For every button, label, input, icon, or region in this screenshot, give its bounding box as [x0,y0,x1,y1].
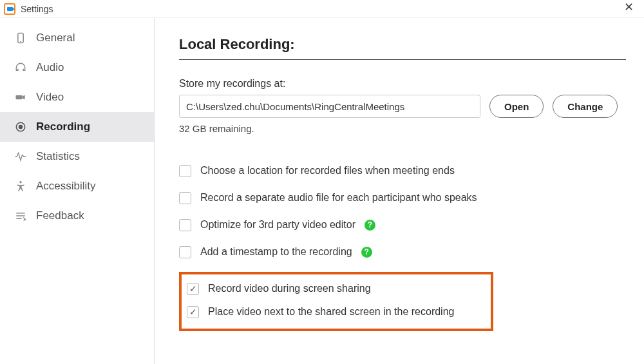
content-panel: Local Recording: Store my recordings at:… [155,18,644,364]
recording-icon [12,120,30,133]
option-label: Record video during screen sharing [208,283,371,294]
feedback-icon [12,209,30,222]
section-heading: Local Recording: [179,36,626,60]
highlighted-options: Record video during screen sharing Place… [179,272,493,331]
recording-path-input[interactable] [179,95,480,118]
audio-icon [12,61,30,74]
sidebar-item-label: Feedback [36,209,84,222]
open-button[interactable]: Open [489,95,544,118]
checkbox-place-video-next[interactable] [187,306,199,318]
svg-point-4 [19,126,23,129]
sidebar-item-feedback[interactable]: Feedback [0,201,154,231]
option-add-timestamp: Add a timestamp to the recording ? [179,241,626,263]
sidebar-item-label: General [36,32,75,44]
sidebar-item-label: Recording [36,120,90,133]
help-icon[interactable]: ? [361,247,372,258]
option-label: Place video next to the shared screen in… [208,306,454,318]
window-body: General Audio Video Recording [0,18,644,364]
titlebar: Settings ✕ [0,0,644,18]
sidebar: General Audio Video Recording [0,18,155,364]
sidebar-item-general[interactable]: General [0,23,154,53]
option-label: Optimize for 3rd party video editor [200,219,355,231]
option-record-video-share: Record video during screen sharing [187,277,484,300]
app-icon [4,3,15,15]
path-row: Open Change [179,95,626,118]
sidebar-item-label: Accessibility [36,180,96,193]
change-button[interactable]: Change [553,95,618,118]
option-label: Record a separate audio file for each pa… [200,192,477,204]
checkbox-choose-location[interactable] [179,165,191,177]
option-label: Add a timestamp to the recording [200,246,352,258]
checkbox-separate-audio[interactable] [179,192,191,204]
sidebar-item-label: Video [36,91,64,104]
sidebar-item-video[interactable]: Video [0,82,154,112]
sidebar-item-label: Audio [36,61,64,74]
checkbox-record-video-share[interactable] [187,283,199,295]
sidebar-item-accessibility[interactable]: Accessibility [0,171,154,201]
option-optimize-editor: Optimize for 3rd party video editor ? [179,214,626,236]
svg-point-5 [19,181,21,183]
accessibility-icon [12,180,30,193]
option-choose-location: Choose a location for recorded files whe… [179,160,626,182]
option-separate-audio: Record a separate audio file for each pa… [179,187,626,209]
store-label: Store my recordings at: [179,78,626,90]
settings-window: Settings ✕ General Audio [0,0,644,364]
sidebar-item-label: Statistics [36,150,80,163]
general-icon [12,32,30,44]
svg-rect-2 [16,95,23,100]
sidebar-item-statistics[interactable]: Statistics [0,142,154,171]
close-icon: ✕ [624,1,634,14]
statistics-icon [12,150,30,163]
sidebar-item-audio[interactable]: Audio [0,53,154,82]
options-list: Choose a location for recorded files whe… [179,160,626,331]
video-icon [12,91,30,104]
help-icon[interactable]: ? [365,220,375,231]
checkbox-add-timestamp[interactable] [179,246,191,258]
sidebar-item-recording[interactable]: Recording [0,112,154,142]
window-title: Settings [21,4,53,14]
option-place-video-next: Place video next to the shared screen in… [187,300,484,323]
close-button[interactable]: ✕ [620,1,638,13]
checkbox-optimize-editor[interactable] [179,219,191,231]
remaining-space: 32 GB remaining. [179,123,626,134]
option-label: Choose a location for recorded files whe… [200,165,455,177]
